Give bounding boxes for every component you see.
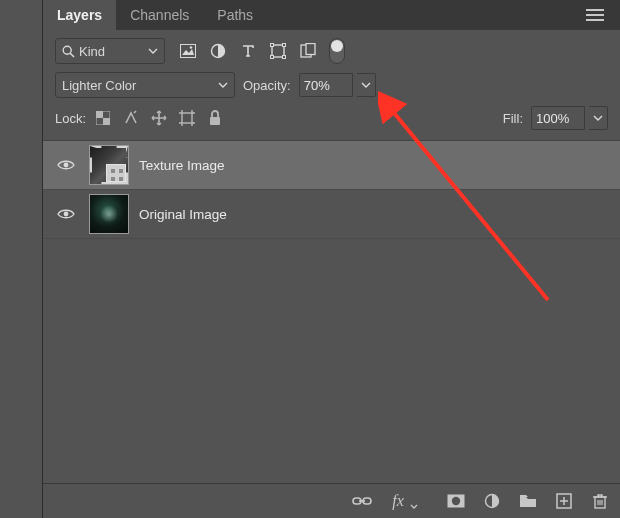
- layer-row[interactable]: Texture Image: [43, 141, 620, 190]
- filter-shape-icon[interactable]: [269, 42, 287, 60]
- svg-rect-17: [103, 118, 110, 125]
- delete-layer-icon[interactable]: [590, 491, 610, 511]
- search-icon: [62, 45, 75, 58]
- svg-rect-5: [181, 45, 196, 58]
- tab-paths[interactable]: Paths: [203, 0, 267, 30]
- fill-input[interactable]: 100%: [531, 106, 585, 130]
- chevron-down-icon: [216, 78, 230, 92]
- fill-control: 100%: [531, 106, 608, 130]
- visibility-toggle[interactable]: [53, 159, 79, 171]
- tab-channels[interactable]: Channels: [116, 0, 203, 30]
- svg-rect-2: [586, 19, 604, 21]
- kind-label: Kind: [79, 44, 105, 59]
- svg-rect-11: [271, 56, 274, 59]
- svg-rect-18: [182, 113, 192, 123]
- adjustment-layer-icon[interactable]: [482, 491, 502, 511]
- tab-layers-label: Layers: [57, 7, 102, 23]
- svg-rect-9: [271, 44, 274, 47]
- filter-icons: [179, 38, 345, 64]
- svg-point-3: [63, 46, 71, 54]
- svg-rect-16: [96, 111, 103, 118]
- lock-transparency-icon[interactable]: [94, 109, 112, 127]
- panel-menu-icon[interactable]: [580, 0, 610, 30]
- lock-image-icon[interactable]: [122, 109, 140, 127]
- lock-row: Lock:: [43, 104, 620, 141]
- filter-type-icon[interactable]: [239, 42, 257, 60]
- panel-body: Kind: [43, 30, 620, 518]
- fill-stepper[interactable]: [589, 106, 608, 130]
- lock-all-icon[interactable]: [206, 109, 224, 127]
- fill-label[interactable]: Fill:: [503, 111, 523, 126]
- layer-thumbnail[interactable]: [89, 145, 129, 185]
- svg-rect-10: [283, 44, 286, 47]
- layer-name[interactable]: Texture Image: [139, 158, 225, 173]
- chevron-down-icon: [146, 44, 160, 58]
- opacity-value: 70%: [304, 78, 330, 93]
- blend-mode-dropdown[interactable]: Lighter Color: [55, 72, 235, 98]
- svg-rect-1: [586, 14, 604, 16]
- group-icon[interactable]: [518, 491, 538, 511]
- layers-panel: Layers Channels Paths: [43, 0, 620, 518]
- tab-paths-label: Paths: [217, 7, 253, 23]
- kind-dropdown[interactable]: Kind: [55, 38, 165, 64]
- layer-mask-icon[interactable]: [446, 491, 466, 511]
- opacity-control: 70%: [299, 73, 376, 97]
- lock-position-icon[interactable]: [150, 109, 168, 127]
- panel-tabs: Layers Channels Paths: [43, 0, 620, 30]
- svg-rect-0: [586, 9, 604, 11]
- visibility-toggle[interactable]: [53, 208, 79, 220]
- svg-point-20: [64, 163, 69, 168]
- opacity-label[interactable]: Opacity:: [243, 78, 291, 93]
- link-layers-icon[interactable]: [352, 491, 372, 511]
- tab-layers[interactable]: Layers: [43, 0, 116, 30]
- lock-label: Lock:: [55, 111, 86, 126]
- opacity-stepper[interactable]: [357, 73, 376, 97]
- filter-toggle[interactable]: [329, 38, 345, 64]
- layers-bottom-bar: fx: [43, 483, 620, 518]
- filter-smartobject-icon[interactable]: [299, 42, 317, 60]
- layer-thumbnail[interactable]: [89, 194, 129, 234]
- svg-line-4: [70, 53, 74, 57]
- layer-row[interactable]: Original Image: [43, 190, 620, 239]
- layers-list: Texture Image Original Image: [43, 141, 620, 483]
- layer-name[interactable]: Original Image: [139, 207, 227, 222]
- svg-point-26: [452, 497, 460, 505]
- blend-mode-value: Lighter Color: [62, 78, 136, 93]
- filter-adjustment-icon[interactable]: [209, 42, 227, 60]
- filter-row: Kind: [43, 30, 620, 68]
- svg-point-6: [190, 46, 193, 49]
- blend-row: Lighter Color Opacity: 70%: [43, 68, 620, 104]
- svg-point-21: [64, 212, 69, 217]
- dock-gutter: [0, 0, 43, 518]
- new-layer-icon[interactable]: [554, 491, 574, 511]
- svg-rect-19: [210, 117, 220, 125]
- fill-value: 100%: [536, 111, 569, 126]
- layer-style-icon[interactable]: fx: [388, 491, 408, 511]
- tab-channels-label: Channels: [130, 7, 189, 23]
- filter-pixel-icon[interactable]: [179, 42, 197, 60]
- svg-rect-12: [283, 56, 286, 59]
- lock-artboard-icon[interactable]: [178, 109, 196, 127]
- opacity-input[interactable]: 70%: [299, 73, 353, 97]
- svg-rect-14: [306, 44, 315, 55]
